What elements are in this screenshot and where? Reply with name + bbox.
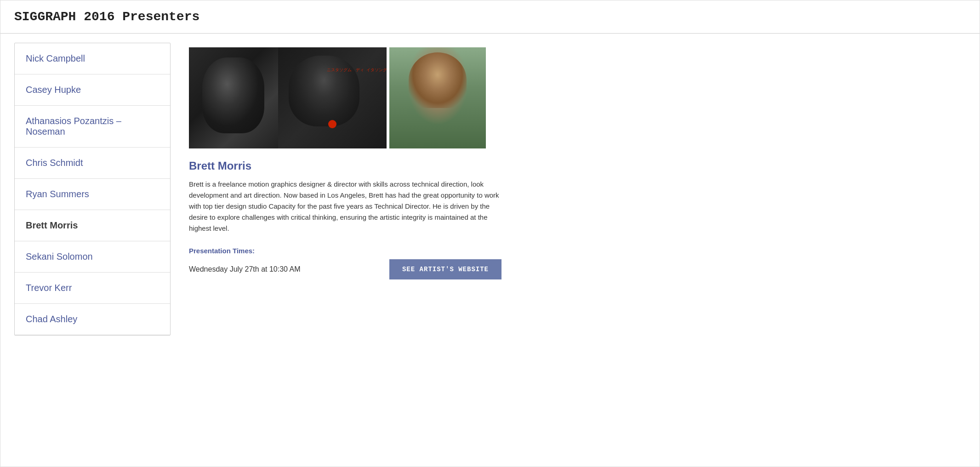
red-circle-icon: [328, 120, 336, 128]
see-website-button[interactable]: SEE ARTIST'S WEBSITE: [389, 259, 501, 279]
sidebar-item-casey-hupke[interactable]: Casey Hupke: [15, 74, 170, 106]
presenter-photo: [389, 47, 486, 148]
page-title: SIGGRAPH 2016 Presenters: [14, 10, 966, 24]
presentation-time: Wednesday July 27th at 10:30 AM: [189, 265, 301, 273]
page-header: SIGGRAPH 2016 Presenters: [0, 0, 980, 34]
presenter-bio: Brett is a freelance motion graphics des…: [189, 179, 501, 234]
presenter-sidebar[interactable]: Nick CampbellCasey HupkeAthanasios Pozan…: [14, 43, 171, 336]
sidebar-item-sekani-solomon[interactable]: Sekani Solomon: [15, 241, 170, 273]
presentation-times-label: Presentation Times:: [189, 247, 966, 255]
artwork-inner: ニスタソグム ディ イタソングュニック ジタチョルアラス ルコブモファ ラ ガア…: [189, 47, 387, 148]
sidebar-item-chad-ashley[interactable]: Chad Ashley: [15, 304, 170, 335]
detail-panel: ニスタソグム ディ イタソングュニック ジタチョルアラス ルコブモファ ラ ガア…: [189, 43, 966, 336]
bust-right: ニスタソグム ディ イタソングュニック ジタチョルアラス ルコブモファ ラ ガア…: [278, 47, 387, 148]
sidebar-item-nick-campbell[interactable]: Nick Campbell: [15, 43, 170, 74]
presentation-row: Wednesday July 27th at 10:30 AM SEE ARTI…: [189, 259, 501, 279]
bust-left: [189, 47, 278, 148]
main-content: Nick CampbellCasey HupkeAthanasios Pozan…: [0, 34, 980, 345]
sidebar-item-chris-schmidt[interactable]: Chris Schmidt: [15, 148, 170, 179]
sidebar-item-trevor-kerr[interactable]: Trevor Kerr: [15, 273, 170, 304]
sidebar-item-brett-morris[interactable]: Brett Morris: [15, 210, 170, 241]
presenter-name: Brett Morris: [189, 159, 966, 172]
page-wrapper: SIGGRAPH 2016 Presenters Nick CampbellCa…: [0, 0, 980, 467]
sidebar-item-athanasios-pozantzis[interactable]: Athanasios Pozantzis – Noseman: [15, 106, 170, 148]
japanese-text: ニスタソグム ディ イタソングュニック ジタチョルアラス ルコブモファ ラ ガア…: [327, 68, 387, 73]
presenter-artwork: ニスタソグム ディ イタソングュニック ジタチョルアラス ルコブモファ ラ ガア…: [189, 47, 387, 148]
sidebar-item-ryan-summers[interactable]: Ryan Summers: [15, 179, 170, 210]
presenter-images: ニスタソグム ディ イタソングュニック ジタチョルアラス ルコブモファ ラ ガア…: [189, 47, 966, 148]
